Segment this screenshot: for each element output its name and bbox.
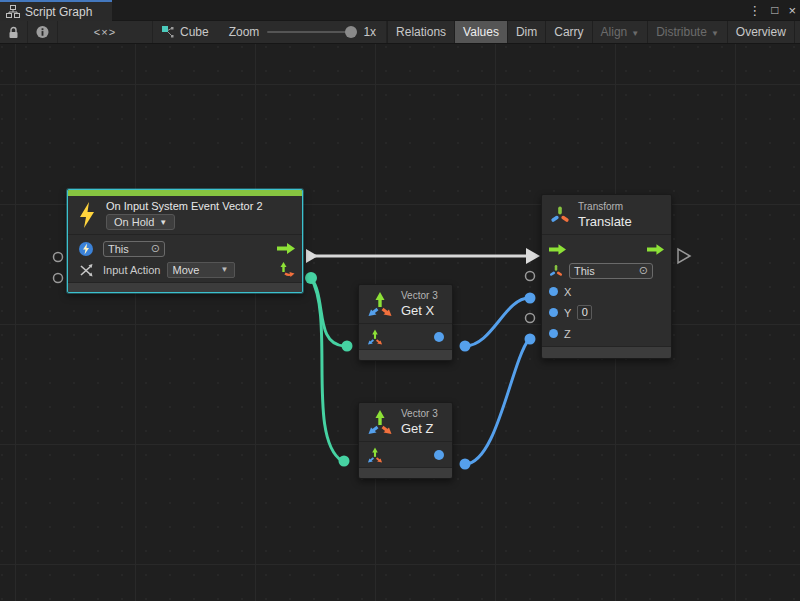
edit-source-button[interactable]: <×>: [58, 21, 153, 43]
node-on-input-system-event[interactable]: On Input System Event Vector 2 On Hold ▼: [67, 189, 303, 293]
wire-getz-to-z[interactable]: [465, 339, 529, 464]
vector3-icon: [367, 291, 393, 317]
translate-flow-row: [542, 239, 671, 260]
getz-node-title: Get Z: [401, 421, 438, 436]
flow-input-arrow-icon[interactable]: [549, 244, 566, 255]
port-getx-output[interactable]: [460, 341, 471, 352]
distribute-label: Distribute: [656, 25, 707, 39]
getx-node-title: Get X: [401, 303, 438, 318]
translate-this-field[interactable]: This ⊙: [569, 263, 653, 279]
vector3-port-icon[interactable]: [367, 329, 383, 345]
event-node-header: On Input System Event Vector 2 On Hold ▼: [68, 196, 302, 234]
input-action-icon: [79, 263, 94, 277]
fullscreen-button[interactable]: Full Screen: [794, 21, 800, 43]
maximize-icon[interactable]: □: [771, 0, 778, 21]
flow-output-arrow-icon[interactable]: [647, 244, 664, 255]
close-icon[interactable]: ×: [788, 0, 796, 21]
flow-wire-end-arrow[interactable]: [526, 248, 540, 264]
node-transform-translate[interactable]: Transform Translate: [541, 194, 672, 359]
zoom-slider[interactable]: [267, 31, 355, 33]
vector2-port-icon[interactable]: [279, 262, 295, 278]
event-mode-dropdown[interactable]: On Hold ▼: [106, 214, 175, 230]
getz-node-group: Vector 3: [401, 408, 438, 419]
target-picker-icon[interactable]: ⊙: [151, 242, 160, 255]
graph-icon: [161, 25, 175, 39]
port-translate-flow-output[interactable]: [678, 249, 690, 263]
window-controls: ⋮ □ ×: [748, 0, 796, 21]
getx-node-body: [359, 323, 452, 349]
getx-node-footer: [359, 349, 452, 360]
relations-button[interactable]: Relations: [387, 21, 454, 43]
input-system-icon: [78, 241, 94, 257]
port-getz-input[interactable]: [339, 456, 350, 467]
event-this-field[interactable]: This ⊙: [103, 241, 165, 257]
graph-name: Cube: [180, 25, 209, 39]
menu-icon[interactable]: ⋮: [748, 0, 761, 21]
getz-node-header: Vector 3 Get Z: [359, 403, 452, 441]
caret-down-icon: ▼: [159, 218, 167, 227]
event-node-body: This ⊙: [68, 234, 302, 282]
node-vector3-get-x[interactable]: Vector 3 Get X: [358, 284, 453, 361]
values-button[interactable]: Values: [454, 21, 507, 43]
flow-output-arrow-icon[interactable]: [277, 243, 295, 254]
align-label: Align: [601, 25, 628, 39]
lock-button[interactable]: [0, 21, 28, 43]
float-port-icon[interactable]: [549, 287, 558, 296]
overview-button[interactable]: Overview: [727, 21, 794, 43]
port-getx-input[interactable]: [342, 341, 353, 352]
port-getz-output[interactable]: [460, 459, 471, 470]
vector3-port-icon[interactable]: [367, 447, 383, 463]
values-label: Values: [463, 25, 499, 39]
event-action-row: Input Action Move ▼: [68, 259, 302, 280]
translate-node-header: Transform Translate: [542, 195, 671, 234]
align-button: Align ▼: [592, 21, 648, 43]
float-output-port-icon[interactable]: [434, 450, 444, 460]
tab-script-graph[interactable]: Script Graph: [0, 0, 112, 21]
zoom-label: Zoom: [229, 25, 260, 39]
wire-getx-to-x[interactable]: [465, 298, 529, 346]
target-picker-icon[interactable]: ⊙: [639, 264, 648, 277]
x-port-label: X: [564, 286, 571, 298]
lock-icon: [8, 26, 19, 39]
event-this-row: This ⊙: [68, 238, 302, 259]
translate-x-row: X: [542, 281, 671, 302]
wire-vector2-to-getz[interactable]: [311, 278, 342, 461]
relations-label: Relations: [396, 25, 446, 39]
float-port-icon[interactable]: [549, 308, 558, 317]
port-event-this-input[interactable]: [54, 253, 63, 262]
translate-node-footer: [542, 346, 671, 358]
event-node-footer: [68, 282, 302, 292]
float-port-icon[interactable]: [549, 329, 558, 338]
port-vector2-output[interactable]: [305, 272, 317, 284]
getz-node-footer: [359, 467, 452, 478]
zoom-slider-handle[interactable]: [345, 26, 357, 38]
script-graph-window: Script Graph ⋮ □ × <×>: [0, 0, 800, 601]
tab-title: Script Graph: [25, 5, 92, 19]
port-translate-z-input[interactable]: [525, 334, 536, 345]
transform-icon: [550, 205, 570, 225]
y-value-field[interactable]: 0: [577, 305, 592, 320]
carry-button[interactable]: Carry: [545, 21, 591, 43]
graph-canvas[interactable]: On Input System Event Vector 2 On Hold ▼: [0, 44, 800, 601]
z-port-label: Z: [564, 328, 571, 340]
graph-reference[interactable]: Cube: [153, 21, 219, 43]
node-vector3-get-z[interactable]: Vector 3 Get Z: [358, 402, 453, 479]
input-action-dropdown[interactable]: Move ▼: [167, 262, 235, 278]
dim-button[interactable]: Dim: [507, 21, 545, 43]
inspect-button[interactable]: [28, 21, 58, 43]
overview-label: Overview: [736, 25, 786, 39]
zoom-control: Zoom 1x: [219, 21, 387, 43]
translate-this-row: This ⊙: [542, 260, 671, 281]
port-translate-this-input[interactable]: [526, 272, 535, 281]
getz-node-body: [359, 441, 452, 467]
dim-label: Dim: [516, 25, 537, 39]
input-action-value: Move: [173, 264, 200, 276]
float-output-port-icon[interactable]: [434, 332, 444, 342]
transform-mini-icon: [549, 264, 563, 278]
caret-down-icon: ▼: [711, 29, 719, 38]
tab-bar: Script Graph ⋮ □ ×: [0, 0, 800, 21]
code-icon: <×>: [66, 26, 144, 38]
port-translate-y-input[interactable]: [526, 314, 535, 323]
port-event-action-input[interactable]: [54, 274, 63, 283]
port-translate-x-input[interactable]: [525, 293, 536, 304]
